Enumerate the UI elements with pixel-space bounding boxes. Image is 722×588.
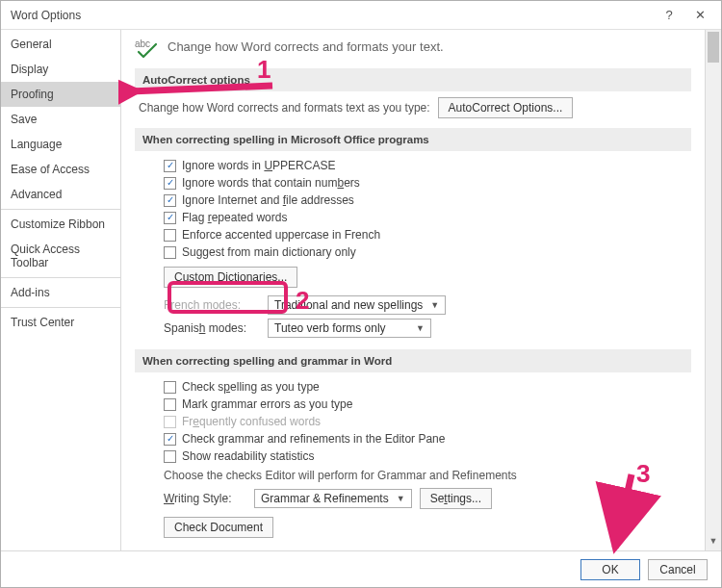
sidebar-item-advanced[interactable]: Advanced [1, 182, 120, 207]
writing-style-label: Writing Style: [164, 492, 246, 505]
french-modes-row: French modes: Traditional and new spelli… [135, 294, 691, 317]
word-option-label: Check grammar and refinements in the Edi… [182, 432, 445, 446]
word-option-row: Show readability statistics [135, 447, 691, 465]
office-option-row: Suggest from main dictionary only [135, 243, 691, 261]
sidebar-item-customize-ribbon[interactable]: Customize Ribbon [1, 212, 120, 237]
spanish-modes-combo[interactable]: Tuteo verb forms only ▼ [268, 319, 431, 338]
sidebar-item-ease-of-access[interactable]: Ease of Access [1, 157, 120, 182]
autocorrect-options-button-label: AutoCorrect Options... [449, 101, 563, 115]
office-option-label: Ignore words that contain numbers [182, 176, 360, 190]
svg-text:abc: abc [135, 38, 150, 49]
word-option-checkbox[interactable] [164, 398, 176, 411]
headline-text: Change how Word corrects and formats you… [168, 38, 444, 54]
scrollbar-thumb[interactable] [708, 32, 719, 63]
settings-button-label: Settings... [430, 492, 481, 505]
sidebar: GeneralDisplayProofingSaveLanguageEase o… [1, 30, 121, 550]
ok-button-label: OK [602, 563, 618, 576]
office-option-checkbox[interactable] [164, 160, 176, 172]
autocorrect-lead: Change how Word corrects and formats tex… [139, 101, 430, 115]
sidebar-item-trust-center[interactable]: Trust Center [1, 310, 120, 335]
word-option-checkbox[interactable] [164, 450, 176, 463]
office-option-label: Suggest from main dictionary only [182, 245, 356, 259]
check-document-button-label: Check Document [174, 521, 263, 534]
word-option-label: Mark grammar errors as you type [182, 397, 352, 411]
vertical-scrollbar[interactable]: ▼ [705, 30, 721, 550]
sidebar-separator [1, 307, 120, 308]
choose-checks-text: Choose the checks Editor will perform fo… [135, 465, 691, 486]
office-option-checkbox[interactable] [164, 246, 176, 259]
section-spelling-office-title: When correcting spelling in Microsoft Of… [135, 128, 691, 151]
office-option-label: Enforce accented uppercase in French [182, 228, 380, 242]
sidebar-item-quick-access-toolbar[interactable]: Quick Access Toolbar [1, 237, 120, 275]
office-option-checkbox[interactable] [164, 229, 176, 242]
custom-dictionaries-button-label: Custom Dictionaries... [174, 270, 287, 284]
section-spelling-word-title: When correcting spelling and grammar in … [135, 349, 691, 372]
writing-style-row: Writing Style: Grammar & Refinements ▼ S… [135, 486, 691, 511]
office-option-checkbox[interactable] [164, 194, 176, 207]
cancel-button-label: Cancel [659, 563, 695, 576]
abc-check-icon: abc [135, 38, 160, 59]
sidebar-item-general[interactable]: General [1, 32, 120, 57]
office-option-row: Ignore words that contain numbers [135, 174, 691, 192]
check-document-button[interactable]: Check Document [164, 517, 273, 538]
office-option-label: Ignore words in UPPERCASE [182, 159, 335, 172]
content: abc Change how Word corrects and formats… [121, 30, 705, 550]
word-option-row: Mark grammar errors as you type [135, 396, 691, 413]
word-option-label: Check spelling as you type [182, 380, 320, 394]
sidebar-item-save[interactable]: Save [1, 107, 120, 132]
word-option-row: Frequently confused words [135, 413, 691, 430]
spanish-modes-value: Tuteo verb forms only [274, 321, 386, 335]
sidebar-item-language[interactable]: Language [1, 132, 120, 157]
word-option-checkbox[interactable] [164, 433, 176, 446]
office-option-row: Ignore Internet and file addresses [135, 192, 691, 209]
spanish-modes-label: Spanish modes: [164, 321, 260, 335]
dialog-footer: OK Cancel [1, 550, 721, 587]
office-option-checkbox[interactable] [164, 212, 176, 224]
word-option-checkbox[interactable] [164, 381, 176, 394]
cancel-button[interactable]: Cancel [648, 559, 708, 580]
settings-button[interactable]: Settings... [420, 488, 492, 509]
sidebar-separator [1, 277, 120, 278]
sidebar-item-proofing[interactable]: Proofing [1, 82, 120, 107]
spanish-modes-row: Spanish modes: Tuteo verb forms only ▼ [135, 317, 691, 340]
headline: abc Change how Word corrects and formats… [135, 38, 691, 59]
chevron-down-icon: ▼ [416, 323, 425, 333]
chevron-down-icon: ▼ [397, 494, 405, 503]
autocorrect-line: Change how Word corrects and formats tex… [135, 97, 691, 118]
word-option-row: Check spelling as you type [135, 378, 691, 396]
writing-style-combo[interactable]: Grammar & Refinements ▼ [254, 489, 412, 508]
body: GeneralDisplayProofingSaveLanguageEase o… [1, 30, 721, 550]
chevron-down-icon: ▼ [430, 300, 439, 310]
writing-style-value: Grammar & Refinements [261, 492, 389, 505]
word-option-label: Show readability statistics [182, 449, 314, 463]
office-option-label: Ignore Internet and file addresses [182, 193, 354, 207]
sidebar-item-add-ins[interactable]: Add-ins [1, 280, 120, 305]
french-modes-combo[interactable]: Traditional and new spellings ▼ [268, 295, 446, 315]
office-option-row: Ignore words in UPPERCASE [135, 157, 691, 174]
sidebar-item-display[interactable]: Display [1, 57, 120, 82]
section-autocorrect-title: AutoCorrect options [135, 68, 691, 91]
help-button[interactable]: ? [654, 4, 684, 27]
word-option-label: Frequently confused words [182, 415, 321, 428]
office-option-label: Flag repeated words [182, 211, 287, 224]
french-modes-label: French modes: [164, 298, 260, 312]
content-wrap: abc Change how Word corrects and formats… [121, 30, 721, 550]
word-option-row: Check grammar and refinements in the Edi… [135, 430, 691, 447]
close-button[interactable]: ✕ [684, 4, 715, 27]
scrollbar-down-arrow-icon[interactable]: ▼ [706, 533, 721, 549]
word-option-checkbox [164, 416, 176, 428]
ok-button[interactable]: OK [580, 559, 640, 580]
window-title: Word Options [11, 9, 654, 22]
office-option-row: Flag repeated words [135, 209, 691, 226]
custom-dictionaries-button[interactable]: Custom Dictionaries... [164, 267, 297, 288]
sidebar-separator [1, 209, 120, 210]
french-modes-value: Traditional and new spellings [274, 298, 423, 312]
titlebar: Word Options ? ✕ [1, 1, 721, 30]
office-option-checkbox[interactable] [164, 177, 176, 190]
office-option-row: Enforce accented uppercase in French [135, 226, 691, 243]
autocorrect-options-button[interactable]: AutoCorrect Options... [438, 97, 574, 118]
